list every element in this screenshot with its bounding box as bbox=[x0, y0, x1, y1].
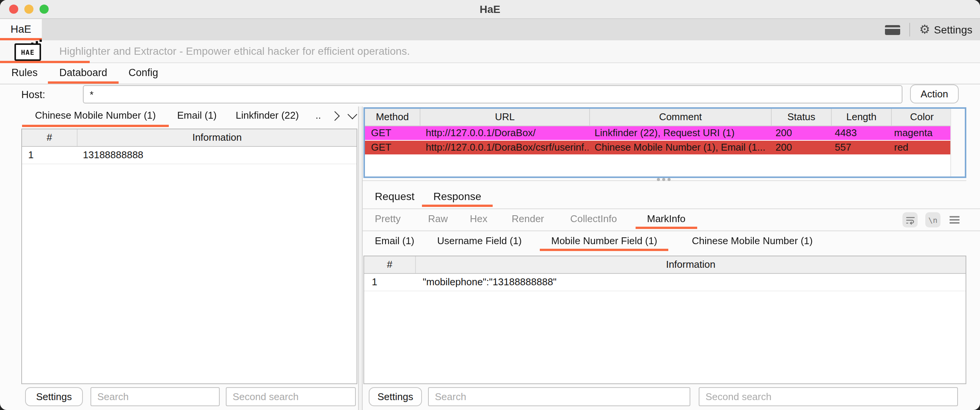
cell-status: 200 bbox=[769, 126, 829, 140]
column-header-information[interactable]: Information bbox=[416, 256, 966, 273]
table-row[interactable]: 1 "mobilephone":"13188888888" bbox=[364, 274, 966, 291]
extension-caption: Highlighter and Extractor - Empower ethi… bbox=[59, 40, 410, 62]
word-wrap-icon[interactable] bbox=[902, 212, 918, 227]
right-settings-button[interactable]: Settings bbox=[369, 387, 422, 406]
table-row[interactable]: 1 13188888888 bbox=[22, 147, 356, 164]
cell-status: 200 bbox=[769, 141, 829, 155]
tab-hae[interactable]: HaE bbox=[0, 19, 42, 40]
tab-markinfo[interactable]: MarkInfo bbox=[647, 209, 686, 229]
tab-username-field[interactable]: Username Field (1) bbox=[437, 231, 522, 251]
markinfo-tabbar: Email (1) Username Field (1) Mobile Numb… bbox=[363, 231, 980, 252]
row-num: 1 bbox=[22, 147, 77, 164]
nav-tabbar: Rules Databoard Config bbox=[0, 63, 980, 85]
settings-button[interactable]: ⚙ Settings bbox=[919, 24, 972, 36]
tab-collectinfo[interactable]: CollectInfo bbox=[570, 209, 617, 229]
message-view-tabbar: Request Response bbox=[363, 186, 980, 209]
tab-rules[interactable]: Rules bbox=[11, 63, 38, 84]
left-tab-linkfinder[interactable]: Linkfinder (22) bbox=[236, 107, 299, 127]
tab-request[interactable]: Request bbox=[375, 186, 414, 207]
hae-window: HaE HaE ⚙ Settings HAE Highlighter and E… bbox=[0, 0, 980, 410]
window-layout-icon[interactable] bbox=[885, 25, 900, 35]
result-tabbar: Chinese Mobile Number (1) Email (1) Link… bbox=[0, 107, 358, 127]
gear-icon: ⚙ bbox=[919, 24, 930, 36]
host-input[interactable] bbox=[83, 85, 902, 104]
table-row-red[interactable]: GET http://127.0.0.1/DoraBox/csrf/userin… bbox=[365, 141, 965, 155]
cell-url: http://127.0.0.1/DoraBox/csrf/userinf... bbox=[420, 141, 589, 155]
left-search-input[interactable] bbox=[91, 387, 220, 406]
action-button[interactable]: Action bbox=[910, 85, 959, 104]
host-bar: Host: Action bbox=[0, 84, 980, 107]
menu-icon[interactable] bbox=[948, 214, 960, 226]
column-header-method[interactable]: Method bbox=[365, 109, 420, 126]
tab-overflow-ellipsis: .. bbox=[315, 107, 321, 127]
tab-hex[interactable]: Hex bbox=[470, 209, 487, 229]
cell-color: red bbox=[888, 141, 948, 155]
window-title: HaE bbox=[0, 0, 980, 18]
titlebar: HaE bbox=[0, 0, 980, 19]
right-search-input[interactable] bbox=[428, 387, 690, 406]
column-header-length[interactable]: Length bbox=[832, 109, 892, 126]
host-label: Host: bbox=[21, 84, 45, 107]
column-header-num[interactable]: # bbox=[22, 129, 78, 146]
logo-sparkle-icon bbox=[36, 41, 38, 43]
cell-length: 557 bbox=[829, 141, 888, 155]
column-header-status[interactable]: Status bbox=[772, 109, 832, 126]
left-second-search-input[interactable] bbox=[226, 387, 356, 406]
toolbar-divider bbox=[909, 23, 910, 37]
cell-comment: Linkfinder (22), Request URI (1) bbox=[589, 126, 769, 140]
format-tabbar: Pretty Raw Hex Render CollectInfo MarkIn… bbox=[363, 209, 980, 231]
markinfo-table: # Information 1 "mobilephone":"131888888… bbox=[363, 255, 966, 384]
editor-splitter[interactable] bbox=[363, 180, 966, 181]
cell-url: http://127.0.0.1/DoraBox/ bbox=[420, 126, 589, 140]
tab-email-result[interactable]: Email (1) bbox=[375, 231, 414, 251]
newline-icon[interactable]: \n bbox=[925, 212, 940, 227]
chevron-right-icon[interactable] bbox=[330, 111, 339, 121]
cell-comment: Chinese Mobile Number (1), Email (1... bbox=[589, 141, 769, 155]
tab-render[interactable]: Render bbox=[512, 209, 544, 229]
left-tab-chinese-mobile-number[interactable]: Chinese Mobile Number (1) bbox=[35, 107, 156, 127]
cell-color: magenta bbox=[888, 126, 948, 140]
tab-raw[interactable]: Raw bbox=[428, 209, 448, 229]
table-scrollbar[interactable] bbox=[950, 109, 965, 177]
main-tabbar: HaE ⚙ Settings bbox=[0, 19, 980, 41]
row-num: 1 bbox=[364, 274, 415, 290]
tab-response[interactable]: Response bbox=[433, 186, 481, 207]
left-settings-button[interactable]: Settings bbox=[25, 387, 83, 406]
column-header-num[interactable]: # bbox=[364, 256, 416, 273]
row-information: 13188888888 bbox=[77, 147, 356, 164]
tab-mobile-number-field[interactable]: Mobile Number Field (1) bbox=[551, 231, 657, 251]
right-second-search-input[interactable] bbox=[699, 387, 958, 406]
left-tab-email[interactable]: Email (1) bbox=[177, 107, 217, 127]
cell-length: 4483 bbox=[829, 126, 888, 140]
column-header-comment[interactable]: Comment bbox=[590, 109, 772, 126]
tab-pretty[interactable]: Pretty bbox=[375, 209, 401, 229]
tab-config[interactable]: Config bbox=[129, 63, 158, 84]
tab-chinese-mobile-number-result[interactable]: Chinese Mobile Number (1) bbox=[692, 231, 813, 251]
left-results-table: # Information 1 13188888888 bbox=[21, 129, 357, 384]
tab-databoard[interactable]: Databoard bbox=[59, 63, 107, 84]
cell-method: GET bbox=[365, 126, 420, 140]
panel-splitter[interactable] bbox=[358, 107, 363, 410]
table-row-magenta[interactable]: GET http://127.0.0.1/DoraBox/ Linkfinder… bbox=[365, 126, 965, 141]
http-history-table: Method URL Comment Status Length Color G… bbox=[363, 107, 966, 178]
extension-header: HAE Highlighter and Extractor - Empower … bbox=[0, 40, 980, 63]
column-header-color[interactable]: Color bbox=[892, 109, 952, 126]
splitter-handle-icon[interactable] bbox=[657, 178, 660, 181]
column-header-information[interactable]: Information bbox=[78, 129, 356, 146]
settings-label: Settings bbox=[934, 24, 972, 36]
chevron-down-icon[interactable] bbox=[347, 110, 357, 119]
row-information: "mobilephone":"13188888888" bbox=[415, 274, 966, 290]
column-header-url[interactable]: URL bbox=[420, 109, 590, 126]
cell-method: GET bbox=[365, 141, 420, 155]
hae-logo: HAE bbox=[14, 43, 41, 61]
